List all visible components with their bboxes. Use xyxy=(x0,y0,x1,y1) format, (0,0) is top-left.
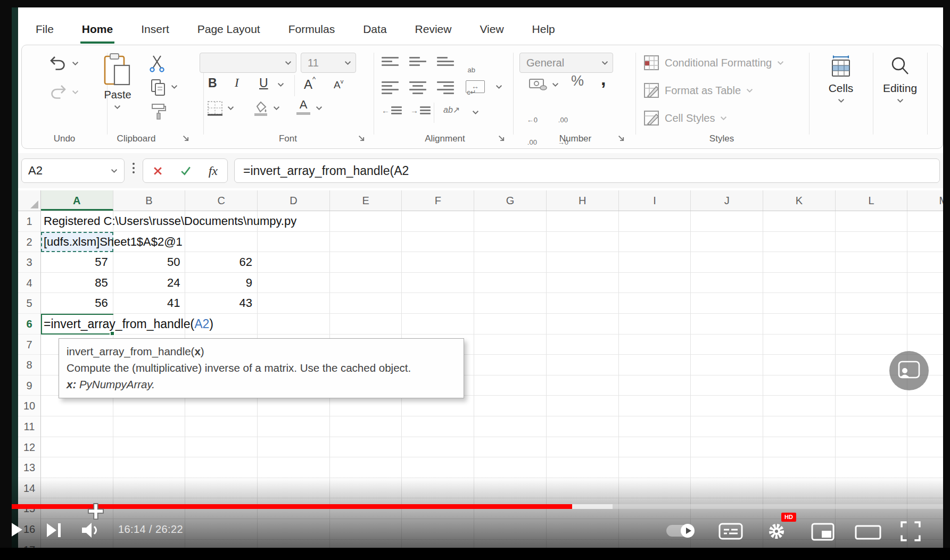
cell-A5[interactable]: 56 xyxy=(41,293,108,314)
fill-color-dropdown-icon[interactable] xyxy=(273,106,280,111)
increase-decimal-button[interactable]: ←0 .00 xyxy=(526,102,538,161)
italic-button[interactable]: I xyxy=(235,76,239,90)
row-header-3[interactable]: 3 xyxy=(18,252,40,273)
decrease-indent-button[interactable]: ← xyxy=(382,105,402,116)
paste-dropdown-icon[interactable] xyxy=(114,105,121,110)
insert-function-icon[interactable]: fx xyxy=(209,164,218,178)
cell-C3[interactable]: 62 xyxy=(185,252,252,273)
font-color-button[interactable]: A xyxy=(296,98,310,115)
align-right-button[interactable] xyxy=(437,79,454,96)
row-header-8[interactable]: 8 xyxy=(18,355,40,375)
align-bottom-button[interactable] xyxy=(437,55,454,68)
column-header-I[interactable]: I xyxy=(619,190,691,211)
cell-C4[interactable]: 9 xyxy=(185,273,252,294)
fill-color-button[interactable] xyxy=(252,99,270,120)
percent-button[interactable]: % xyxy=(571,73,584,89)
column-header-D[interactable]: D xyxy=(258,190,330,211)
row-header-13[interactable]: 13 xyxy=(18,457,40,478)
tab-page-layout[interactable]: Page Layout xyxy=(196,18,262,44)
autoplay-toggle[interactable] xyxy=(666,525,694,537)
font-size-combo[interactable]: 11 xyxy=(301,53,356,73)
borders-dropdown-icon[interactable] xyxy=(227,106,234,111)
channel-watermark-button[interactable] xyxy=(889,351,929,390)
align-top-button[interactable] xyxy=(382,55,399,68)
copy-dropdown-icon[interactable] xyxy=(171,85,178,89)
cancel-icon[interactable] xyxy=(153,166,163,176)
copy-button[interactable] xyxy=(150,78,167,98)
row-header-5[interactable]: 5 xyxy=(18,293,40,314)
column-header-L[interactable]: L xyxy=(836,190,908,211)
tab-formulas[interactable]: Formulas xyxy=(287,18,337,44)
align-center-button[interactable] xyxy=(409,79,426,96)
cells-button[interactable]: Cells xyxy=(822,55,860,103)
row-header-4[interactable]: 4 xyxy=(18,273,40,294)
font-dialog-launcher-icon[interactable] xyxy=(357,134,366,143)
column-header-M[interactable]: M xyxy=(907,190,943,211)
accounting-format-button[interactable] xyxy=(528,77,548,94)
tab-file[interactable]: File xyxy=(34,18,55,44)
enter-check-icon[interactable] xyxy=(180,166,191,175)
cell-A3[interactable]: 57 xyxy=(41,252,108,273)
column-header-F[interactable]: F xyxy=(402,190,475,211)
align-left-button[interactable] xyxy=(382,79,399,96)
bold-button[interactable]: B xyxy=(208,76,217,90)
cell-A4[interactable]: 85 xyxy=(41,273,108,294)
volume-icon[interactable] xyxy=(81,521,100,539)
redo-dropdown-icon[interactable] xyxy=(72,90,79,95)
number-dialog-launcher-icon[interactable] xyxy=(617,134,626,143)
row-header-9[interactable]: 9 xyxy=(18,375,40,396)
progress-bar[interactable] xyxy=(0,504,950,509)
cell-B5[interactable]: 41 xyxy=(113,293,180,314)
tab-home[interactable]: Home xyxy=(80,18,114,44)
name-box[interactable]: A2 xyxy=(21,158,125,183)
miniplayer-icon[interactable] xyxy=(811,523,835,541)
tab-review[interactable]: Review xyxy=(414,18,453,44)
column-header-H[interactable]: H xyxy=(547,190,619,211)
cell-C5[interactable]: 43 xyxy=(185,293,252,314)
tab-data[interactable]: Data xyxy=(361,18,388,44)
formula-input[interactable]: =invert_array_from_handle(A2 xyxy=(234,158,940,183)
decrease-font-button[interactable]: Av xyxy=(334,78,343,91)
alignment-dialog-launcher-icon[interactable] xyxy=(497,134,506,143)
row-header-1[interactable]: 1 xyxy=(18,211,40,232)
increase-font-button[interactable]: A^ xyxy=(304,75,316,92)
row-header-11[interactable]: 11 xyxy=(18,416,40,437)
tab-help[interactable]: Help xyxy=(531,18,557,44)
editing-button[interactable]: Editing xyxy=(879,55,921,103)
settings-gear-icon[interactable] xyxy=(766,521,787,541)
column-header-C[interactable]: C xyxy=(185,190,258,211)
tab-insert[interactable]: Insert xyxy=(139,18,171,44)
cell-A1-text[interactable]: Registered C:\Users\russe\Documents\nump… xyxy=(44,211,296,232)
captions-icon[interactable] xyxy=(718,522,743,540)
paste-label[interactable]: Paste xyxy=(96,89,139,101)
font-name-combo[interactable] xyxy=(200,53,296,73)
orientation-dropdown-icon[interactable] xyxy=(472,110,479,115)
underline-dropdown-icon[interactable] xyxy=(277,82,284,87)
decrease-decimal-button[interactable]: .00 →0 xyxy=(557,102,569,161)
row-header-10[interactable]: 10 xyxy=(18,396,40,416)
conditional-formatting-button[interactable]: Conditional Formatting xyxy=(643,55,784,71)
cell-styles-button[interactable]: Cell Styles xyxy=(643,110,727,126)
redo-button[interactable] xyxy=(48,83,68,103)
undo-dropdown-icon[interactable] xyxy=(72,61,79,66)
comma-button[interactable]: , xyxy=(601,69,606,89)
tab-view[interactable]: View xyxy=(478,18,505,44)
borders-button[interactable] xyxy=(206,99,224,120)
row-header-7[interactable]: 7 xyxy=(18,335,40,355)
clipboard-dialog-launcher-icon[interactable] xyxy=(181,134,191,143)
underline-button[interactable]: U xyxy=(259,76,268,90)
row-header-12[interactable]: 12 xyxy=(18,437,40,458)
row-header-2[interactable]: 2 xyxy=(18,232,40,253)
row-header-6[interactable]: 6 xyxy=(18,314,40,335)
column-header-A[interactable]: A xyxy=(41,190,113,211)
cell-A2-text[interactable]: [udfs.xlsm]Sheet1$A$2@1 xyxy=(44,232,183,253)
select-all-corner[interactable] xyxy=(18,190,41,211)
paste-button[interactable] xyxy=(103,53,133,89)
theater-mode-icon[interactable] xyxy=(855,525,881,540)
cut-button[interactable] xyxy=(148,55,166,75)
cell-B3[interactable]: 50 xyxy=(113,252,180,273)
font-color-dropdown-icon[interactable] xyxy=(316,106,323,111)
cell-A6-formula[interactable]: =invert_array_from_handle(A2) xyxy=(44,314,213,335)
column-header-K[interactable]: K xyxy=(763,190,836,211)
merge-center-button[interactable]: ↔ xyxy=(466,80,485,93)
